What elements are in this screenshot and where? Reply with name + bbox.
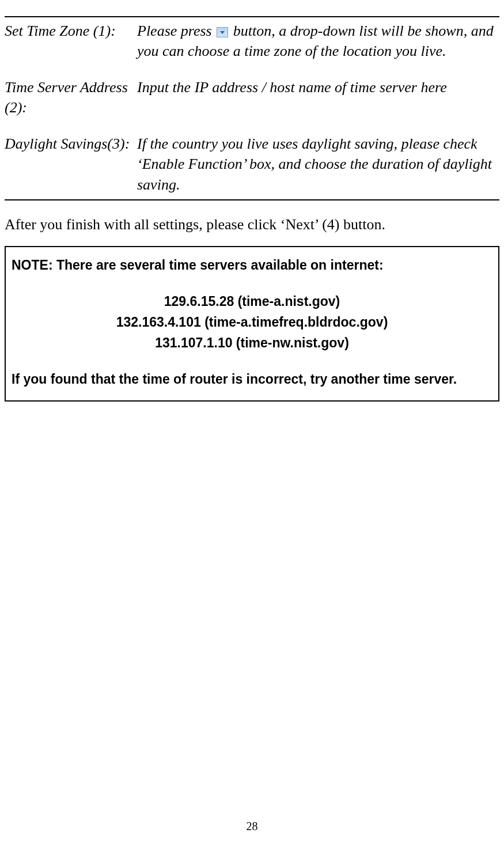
definition-desc-1: Please press button, a drop-down list wi… bbox=[137, 21, 499, 61]
definition-label-1: Set Time Zone (1): bbox=[5, 21, 137, 61]
dropdown-icon bbox=[217, 27, 228, 37]
definition-row-1: Set Time Zone (1): Please press button, … bbox=[5, 21, 499, 61]
top-horizontal-rule bbox=[5, 16, 499, 17]
definition-row-3: Daylight Savings(3): If the country you … bbox=[5, 134, 499, 194]
note-box: NOTE: There are several time servers ava… bbox=[5, 246, 499, 402]
definition-label-3: Daylight Savings(3): bbox=[5, 134, 137, 194]
definition-row-2: Time Server Address (2): Input the IP ad… bbox=[5, 77, 499, 118]
note-heading: NOTE: There are several time servers ava… bbox=[12, 255, 492, 276]
after-finish-text: After you finish with all settings, plea… bbox=[5, 214, 499, 234]
definition-label-2: Time Server Address (2): bbox=[5, 77, 137, 118]
note-servers: 129.6.15.28 (time-a.nist.gov) 132.163.4.… bbox=[12, 292, 492, 353]
definitions-section: Set Time Zone (1): Please press button, … bbox=[5, 21, 499, 195]
note-footer: If you found that the time of router is … bbox=[12, 369, 492, 390]
note-server-2: 132.163.4.101 (time-a.timefreq.bldrdoc.g… bbox=[12, 312, 492, 333]
page-number: 28 bbox=[0, 820, 504, 833]
definition-desc-1-before: Please press bbox=[137, 22, 215, 39]
note-server-1: 129.6.15.28 (time-a.nist.gov) bbox=[12, 292, 492, 312]
bottom-horizontal-rule bbox=[5, 199, 499, 200]
note-server-3: 131.107.1.10 (time-nw.nist.gov) bbox=[12, 333, 492, 354]
definition-desc-3: If the country you live uses daylight sa… bbox=[137, 134, 499, 194]
definition-desc-2: Input the IP address / host name of time… bbox=[137, 77, 499, 118]
